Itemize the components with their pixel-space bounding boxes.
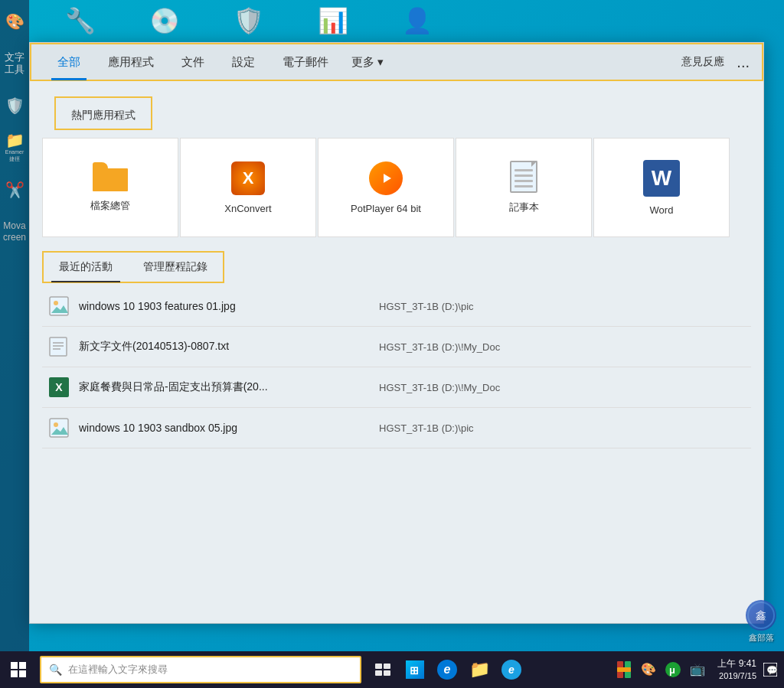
taskbar: 🔍 在這裡輸入文字來搜尋 [0,651,784,688]
sidebar-item-scissors[interactable]: ✂️ [0,168,29,210]
svg-rect-4 [50,337,67,356]
recent-item-1[interactable]: 新文字文件(20140513)-0807.txt HGST_3T-1B (D:)… [42,327,751,367]
store-icon: ⊞ [406,660,424,679]
date-display: 2019/7/15 [719,670,756,681]
tab-history[interactable]: 管理歷程記錄 [128,253,223,282]
svg-rect-17 [375,664,382,669]
edge-button[interactable]: e [432,654,462,685]
tab-settings[interactable]: 設定 [218,44,269,80]
svg-rect-25 [617,667,631,672]
word-label: Word [650,204,674,216]
sidebar-item-text[interactable]: 文字工具 [0,42,29,84]
recent-item-0[interactable]: windows 10 1903 features 01.jpg HGST_3T-… [42,286,751,327]
app-potplayer[interactable]: PotPlayer 64 bit [318,138,454,237]
shield-icon: 🛡️ [5,98,24,113]
recent-files-list: windows 10 1903 features 01.jpg HGST_3T-… [42,286,751,448]
folder-icon: 📁 [5,132,24,148]
svg-rect-20 [384,670,390,676]
notepad-icon [510,161,537,193]
sidebar-folder-label: Enamer捷徑 [5,149,24,162]
recent-item-path-2: HGST_3T-1B (D:)\!My_Doc [379,382,500,393]
edge-icon: e [437,660,457,680]
recent-item-path-3: HGST_3T-1B (D:)\pic [379,422,474,434]
utorrent-tray-icon[interactable]: μ [662,659,684,680]
potplayer-label: PotPlayer 64 bit [351,203,421,214]
recent-item-name-2: 家庭餐費與日常品-固定支出預算書(20... [79,380,370,394]
store-button[interactable]: ⊞ [400,654,430,685]
excel-file-icon-2: X [48,377,70,398]
search-icon: 🔍 [49,664,62,676]
filemanager-label: 檔案總管 [90,199,130,213]
svg-marker-0 [384,174,391,183]
txt-file-icon-1 [48,336,70,357]
tab-email[interactable]: 電子郵件 [269,44,342,80]
system-clock[interactable]: 上午 9:41 2019/7/15 [717,658,756,681]
image-file-icon-3 [48,417,70,439]
ie-icon: e [501,660,521,680]
app-filemanager[interactable]: 檔案總管 [42,138,178,237]
paint-icon: 🎨 [5,14,24,29]
filemanager-icon [93,162,128,191]
svg-point-9 [54,422,58,427]
notification-icon[interactable]: 💬 [760,659,781,680]
sidebar-item-folder[interactable]: 📁 Enamer捷徑 [0,126,29,168]
winrar-tray-icon[interactable] [613,659,635,680]
sidebar-item-item3[interactable]: 🛡️ [0,84,29,126]
xnconvert-icon: X [231,161,265,195]
svg-text:鑫: 鑫 [756,609,766,621]
recent-item-3[interactable]: windows 10 1903 sandbox 05.jpg HGST_3T-1… [42,408,751,448]
tab-apps[interactable]: 應用程式 [94,44,168,80]
file-explorer-button[interactable]: 📁 [464,654,495,685]
svg-text:μ: μ [669,664,675,676]
paint-tray-icon[interactable]: 🎨 [638,659,659,680]
app-xnconvert[interactable]: X XnConvert [180,138,316,237]
recent-section: 最近的活動 管理歷程記錄 windows 10 1903 features 01… [30,251,763,448]
sidebar-item-screen[interactable]: Movacreen [0,210,29,253]
blog-watermark: 鑫 鑫部落 [746,600,776,644]
svg-text:💬: 💬 [766,664,777,676]
system-tray: 🎨 μ 📺 上午 9:41 2019/7/15 💬 [613,658,784,681]
svg-rect-19 [375,670,382,676]
ie-button[interactable]: e [496,654,527,685]
tab-more[interactable]: 更多 ▾ [342,44,393,80]
feedback-button[interactable]: 意見反應 [681,55,724,69]
apps-grid: 檔案總管 X XnConvert PotPlayer 64 bit [30,130,763,245]
more-options-button[interactable]: ... [737,54,750,71]
recent-item-path-0: HGST_3T-1B (D:)\pic [379,301,474,312]
desktop: 🎨 文字工具 🛡️ 📁 Enamer捷徑 ✂️ Movacreen 🔧 Inte… [0,0,784,688]
notepad-label: 記事本 [509,201,539,214]
tab-docs[interactable]: 文件 [168,44,218,80]
svg-rect-15 [11,670,18,677]
svg-point-2 [54,301,58,305]
blog-name-label: 鑫部落 [749,632,774,644]
svg-rect-14 [19,662,26,669]
search-placeholder: 在這裡輸入文字來搜尋 [68,663,168,677]
task-view-button[interactable] [368,654,398,685]
chevron-down-icon: ▾ [377,55,384,69]
tab-all[interactable]: 全部 [44,44,94,80]
app-notepad[interactable]: 記事本 [456,138,592,237]
scissors-icon: ✂️ [5,182,24,197]
budget-icon: 📊 [316,4,350,37]
start-button[interactable] [0,651,37,688]
app-word[interactable]: W Word [593,138,730,237]
faceworks-icon: 👤 [400,4,434,37]
image-file-icon-0 [48,295,70,317]
toolbox-icon: 🔧 [64,4,97,37]
tab-recent-activity[interactable]: 最近的活動 [44,253,128,282]
potplayer-icon [369,161,403,195]
xnconvert-label: XnConvert [224,203,271,214]
sidebar-item-paint[interactable]: 🎨 [0,0,29,42]
media-tray-icon[interactable]: 📺 [687,659,708,680]
riot-icon: 🛡️ [232,4,266,37]
screen-icon: Movacreen [3,220,26,243]
blog-logo: 鑫 [746,600,776,631]
recent-item-2[interactable]: X 家庭餐費與日常品-固定支出預算書(20... HGST_3T-1B (D:)… [42,367,751,408]
left-sidebar: 🎨 文字工具 🛡️ 📁 Enamer捷徑 ✂️ Movacreen [0,0,29,651]
recent-item-name-0: windows 10 1903 features 01.jpg [79,300,370,312]
svg-text:⊞: ⊞ [410,664,419,677]
svg-rect-18 [384,664,390,669]
start-menu: 全部 應用程式 文件 設定 電子郵件 更多 ▾ 意見反應 ... 熱門應用程式 [29,42,764,624]
tab-bar: 全部 應用程式 文件 設定 電子郵件 更多 ▾ 意見反應 ... [30,43,763,81]
taskbar-search-box[interactable]: 🔍 在這裡輸入文字來搜尋 [40,656,361,683]
